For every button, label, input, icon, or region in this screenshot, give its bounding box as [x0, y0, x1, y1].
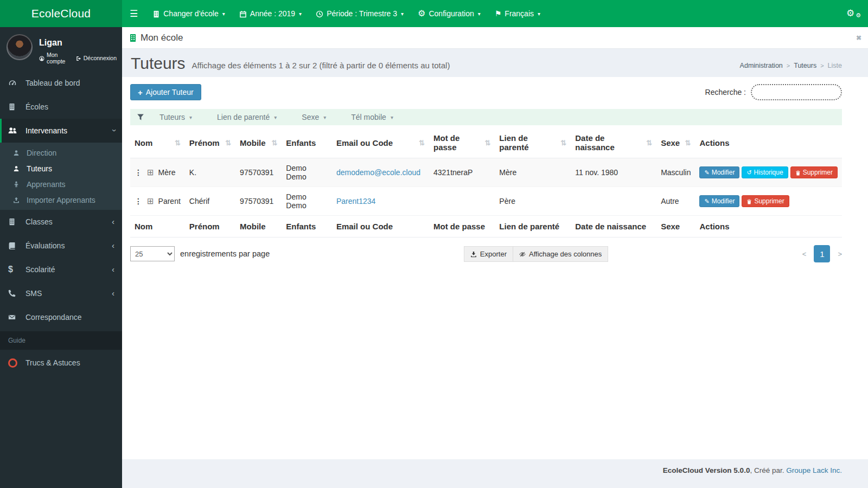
- sidebar-item-evaluations[interactable]: Évaluations ‹: [0, 234, 122, 258]
- email-link[interactable]: demodemo@ecole.cloud: [336, 168, 420, 177]
- page-subtitle: Affichage des éléments 1 à 2 sur 2 (filt…: [192, 61, 450, 72]
- table-footer-header-row: Nom Prénom Mobile Enfants Email ou Code …: [130, 216, 842, 237]
- footer-version: EcoleCloud Version 5.0.0: [663, 466, 750, 474]
- table-header-row: Nom⇅ Prénom⇅ Mobile⇅ Enfants Email ou Co…: [130, 127, 842, 158]
- edit-button[interactable]: ✎Modifier: [699, 166, 739, 178]
- nav-period[interactable]: Période : Trimestre 3 ▾: [309, 0, 411, 27]
- filter-sexe[interactable]: Sexe ▾: [302, 113, 326, 121]
- circle-o-icon: [8, 358, 22, 368]
- avatar: [7, 34, 33, 60]
- sidebar-item-tuteurs[interactable]: Tuteurs: [0, 160, 122, 176]
- footer-company-link[interactable]: Groupe Lack Inc.: [786, 466, 842, 474]
- expand-row-icon[interactable]: ⊞: [147, 196, 154, 206]
- add-tuteur-button[interactable]: + Ajouter Tuteur: [130, 84, 201, 100]
- email-link[interactable]: Parent1234: [336, 197, 375, 206]
- filter-lien-de-parente[interactable]: Lien de parenté ▾: [217, 113, 277, 121]
- sidebar-item-intervenants[interactable]: Intervenants ‹: [0, 119, 122, 143]
- edit-button[interactable]: ✎Modifier: [699, 195, 739, 207]
- building-icon: [152, 9, 160, 18]
- sort-icon[interactable]: ⇅: [419, 139, 425, 147]
- sidebar-item-apprenants[interactable]: Apprenants: [0, 176, 122, 192]
- my-account-link[interactable]: Mon compte: [39, 52, 69, 65]
- page-size-select[interactable]: 25: [130, 246, 175, 261]
- navbar-right: ⚙ ⚙: [846, 0, 868, 27]
- page-header: Tuteurs Affichage des éléments 1 à 2 sur…: [122, 49, 868, 77]
- download-icon: [470, 250, 477, 258]
- nav-label: Français: [505, 9, 534, 18]
- breadcrumb-administration[interactable]: Administration: [740, 62, 783, 69]
- search-label: Recherche :: [705, 88, 746, 97]
- sign-out-icon: [76, 55, 81, 61]
- col-password: Mot de passe⇅: [429, 127, 495, 158]
- school-tab[interactable]: Mon école: [129, 33, 183, 43]
- nav-change-school[interactable]: Changer d'école ▾: [145, 0, 232, 27]
- sort-icon[interactable]: ⇅: [685, 139, 691, 147]
- nav-language[interactable]: ⚑ Français ▾: [488, 0, 547, 27]
- sidebar-item-direction[interactable]: Direction: [0, 145, 122, 160]
- sidebar-item-trucs-astuces[interactable]: Trucs & Astuces: [0, 350, 122, 376]
- sidebar-item-importer-apprenants[interactable]: Importer Apprenants: [0, 192, 122, 208]
- sidebar-item-dashboard[interactable]: Tableau de bord: [0, 71, 122, 95]
- caret-down-icon: ▾: [391, 114, 393, 120]
- sort-icon[interactable]: ⇅: [560, 139, 566, 147]
- drag-handle-icon[interactable]: ⋮: [135, 197, 142, 206]
- page-1-button[interactable]: 1: [814, 245, 830, 262]
- column-visibility-button[interactable]: Affichage des colonnes: [513, 246, 608, 262]
- dollar-icon: $: [8, 265, 22, 274]
- chevron-left-icon: ‹: [112, 265, 114, 274]
- sidebar-item-sms[interactable]: SMS ‹: [0, 281, 122, 305]
- sort-icon[interactable]: ⇅: [175, 139, 181, 147]
- nav-label: Année : 2019: [250, 9, 295, 18]
- nav-year[interactable]: Année : 2019 ▾: [232, 0, 309, 27]
- school-tab-bar: Mon école ✖: [122, 27, 868, 49]
- export-button[interactable]: Exporter: [464, 246, 513, 262]
- sidebar-item-correspondance[interactable]: Correspondance: [0, 305, 122, 329]
- search-input[interactable]: [751, 84, 842, 100]
- sidebar-item-ecoles[interactable]: Écoles: [0, 95, 122, 119]
- breadcrumb: Administration > Tuteurs > Liste: [740, 62, 842, 72]
- sidebar: Ligan Mon compte Déconnexion: [0, 27, 122, 488]
- app-window: EcoleCloud ☰ Changer d'école ▾ Année : 2…: [0, 0, 868, 488]
- footer-credit: , Créé par.: [750, 466, 786, 474]
- breadcrumb-tuteurs[interactable]: Tuteurs: [794, 62, 816, 69]
- drag-handle-icon[interactable]: ⋮: [135, 168, 142, 177]
- col-nom: Nom⇅: [130, 127, 185, 158]
- child-icon: [13, 181, 24, 188]
- filter-tel-mobile[interactable]: Tél mobile ▾: [351, 113, 393, 121]
- sidebar-item-scolarite[interactable]: $ Scolarité ‹: [0, 258, 122, 281]
- gear-icon: ⚙: [418, 9, 425, 18]
- nav-configuration[interactable]: ⚙ Configuration ▾: [411, 0, 488, 27]
- logout-link[interactable]: Déconnexion: [76, 52, 117, 65]
- close-icon[interactable]: ✖: [856, 34, 861, 42]
- nav-label: Période : Trimestre 3: [327, 9, 397, 18]
- caret-down-icon: ▾: [401, 11, 404, 17]
- filter-tuteurs[interactable]: Tuteurs ▾: [159, 113, 192, 121]
- delete-button[interactable]: Supprimer: [790, 166, 838, 178]
- sort-icon[interactable]: ⇅: [271, 139, 277, 147]
- building-icon: [129, 33, 137, 43]
- cogs-icon[interactable]: ⚙ ⚙: [846, 7, 860, 20]
- sort-icon[interactable]: ⇅: [225, 139, 231, 147]
- breadcrumb-liste: Liste: [828, 62, 842, 69]
- table-buttons: Exporter Affichage des colonnes: [464, 246, 608, 262]
- brand-logo[interactable]: EcoleCloud: [0, 0, 122, 27]
- caret-down-icon: ▾: [299, 11, 302, 17]
- sort-icon[interactable]: ⇅: [484, 139, 490, 147]
- chevron-left-icon: ‹: [112, 217, 114, 226]
- delete-button[interactable]: Supprimer: [742, 195, 789, 207]
- tuteurs-table: Nom⇅ Prénom⇅ Mobile⇅ Enfants Email ou Co…: [130, 127, 842, 237]
- nav-label: Configuration: [429, 9, 474, 18]
- clock-icon: [316, 9, 323, 18]
- pager: < 1 >: [802, 245, 842, 262]
- hamburger-icon[interactable]: ☰: [122, 0, 145, 27]
- sidebar-item-classes[interactable]: Classes ‹: [0, 210, 122, 234]
- next-page-button[interactable]: >: [838, 250, 842, 258]
- expand-row-icon[interactable]: ⊞: [147, 168, 154, 177]
- sidebar-menu-lower: Classes ‹ Évaluations ‹ $ Scolarité ‹ SM…: [0, 210, 122, 329]
- trash-icon: [746, 198, 752, 204]
- history-button[interactable]: ↺Historique: [742, 166, 788, 178]
- building-icon: [8, 103, 22, 111]
- prev-page-button[interactable]: <: [802, 250, 807, 258]
- sidebar-section-guide: Guide: [0, 331, 122, 350]
- sort-icon[interactable]: ⇅: [646, 139, 652, 147]
